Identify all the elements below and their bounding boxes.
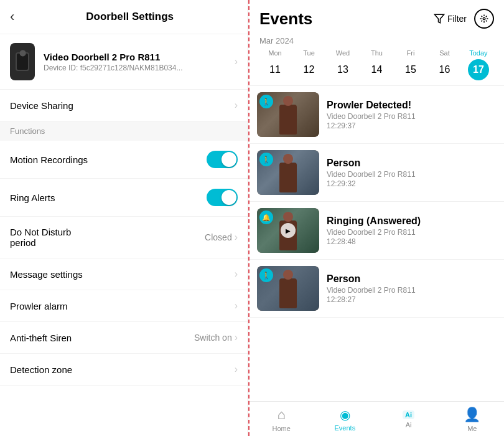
cal-day-wed[interactable]: Wed 13 bbox=[327, 49, 358, 80]
detection-zone-label: Detection zone bbox=[10, 364, 235, 375]
calendar-row: Mon 11 Tue 12 Wed 13 Thu 14 Fri 15 Sat 1… bbox=[259, 49, 494, 80]
event-time-1: 12:29:37 bbox=[327, 121, 497, 130]
settings-header: ‹ Doorbell Settings bbox=[0, 0, 248, 34]
event-device-3: Video Doorbell 2 Pro R811 bbox=[327, 228, 497, 237]
me-icon: 👤 bbox=[464, 407, 480, 423]
event-device-1: Video Doorbell 2 Pro R811 bbox=[327, 112, 497, 121]
events-title: Events bbox=[259, 9, 312, 29]
event-badge-3: 🔔 bbox=[259, 211, 273, 224]
message-settings-label: Message settings bbox=[10, 269, 235, 280]
ring-alerts-label: Ring Alerts bbox=[10, 192, 207, 203]
svg-point-1 bbox=[483, 17, 485, 20]
cal-day-num-wed: 13 bbox=[332, 59, 353, 80]
motion-recordings-row[interactable]: Motion Recordings bbox=[0, 141, 248, 179]
home-icon: ⌂ bbox=[277, 407, 285, 423]
device-sharing-chevron-icon: › bbox=[235, 100, 238, 111]
motion-recordings-toggle[interactable] bbox=[207, 151, 238, 168]
cal-day-mon[interactable]: Mon 11 bbox=[259, 49, 291, 80]
event-info-4: Person Video Doorbell 2 Pro R811 12:28:2… bbox=[327, 273, 497, 304]
event-thumb-3: ▶ 🔔 bbox=[257, 208, 319, 253]
functions-label: Functions bbox=[10, 126, 45, 136]
cal-day-sat[interactable]: Sat 16 bbox=[429, 49, 460, 80]
bottom-nav: ⌂ Home ◉ Events Ai Ai 👤 Me bbox=[250, 401, 504, 436]
calendar-section: Mar 2024 Mon 11 Tue 12 Wed 13 Thu 14 Fri… bbox=[250, 34, 504, 85]
cal-day-name-mon: Mon bbox=[268, 49, 281, 57]
event-badge-4: 🚶 bbox=[259, 268, 273, 282]
event-item-ringing[interactable]: ▶ 🔔 Ringing (Answered) Video Doorbell 2 … bbox=[250, 202, 504, 260]
device-sharing-row[interactable]: Device Sharing › bbox=[0, 90, 248, 121]
event-title-1: Prowler Detected! bbox=[327, 100, 497, 111]
ring-alerts-row[interactable]: Ring Alerts bbox=[0, 179, 248, 217]
nav-events[interactable]: ◉ Events bbox=[323, 407, 366, 432]
nav-events-label: Events bbox=[335, 424, 356, 432]
device-name: Video Doorbell 2 Pro R811 bbox=[44, 52, 235, 62]
event-title-4: Person bbox=[327, 273, 497, 285]
device-info: Video Doorbell 2 Pro R811 Device ID: f5c… bbox=[44, 52, 235, 72]
functions-section-header: Functions bbox=[0, 121, 248, 141]
event-info-3: Ringing (Answered) Video Doorbell 2 Pro … bbox=[327, 216, 497, 246]
cal-day-num-sat: 16 bbox=[434, 59, 455, 80]
cal-day-thu[interactable]: Thu 14 bbox=[361, 49, 392, 80]
filter-icon bbox=[434, 13, 445, 24]
nav-me-label: Me bbox=[467, 425, 477, 432]
back-button[interactable]: ‹ bbox=[10, 9, 14, 25]
thumb-person-4 bbox=[279, 278, 297, 308]
do-not-disturb-label: Do Not Disturb period bbox=[10, 227, 205, 248]
event-title-2: Person bbox=[327, 158, 497, 169]
month-label: Mar 2024 bbox=[259, 36, 494, 45]
device-chevron-icon: › bbox=[235, 56, 238, 67]
event-item-person-1[interactable]: 🚶 Person Video Doorbell 2 Pro R811 12:29… bbox=[250, 144, 504, 202]
anti-theft-siren-chevron-icon: › bbox=[235, 332, 238, 343]
cal-day-name-thu: Thu bbox=[371, 49, 383, 57]
device-row[interactable]: Video Doorbell 2 Pro R811 Device ID: f5c… bbox=[0, 34, 248, 90]
right-panel: Events Filter Mar 2024 Mon 11 bbox=[250, 0, 504, 436]
play-button-3[interactable]: ▶ bbox=[281, 223, 296, 238]
message-settings-chevron-icon: › bbox=[235, 268, 238, 280]
event-item-prowler-detected[interactable]: 🚶 Prowler Detected! Video Doorbell 2 Pro… bbox=[250, 86, 504, 144]
left-panel: ‹ Doorbell Settings Video Doorbell 2 Pro… bbox=[0, 0, 248, 436]
events-icon: ◉ bbox=[340, 407, 350, 422]
event-title-3: Ringing (Answered) bbox=[327, 216, 497, 227]
do-not-disturb-row[interactable]: Do Not Disturb period Closed › bbox=[0, 217, 248, 258]
camera-settings-button[interactable] bbox=[474, 9, 494, 29]
anti-theft-siren-value: Switch on bbox=[194, 333, 232, 343]
camera-icon bbox=[480, 14, 488, 23]
ai-icon: Ai bbox=[403, 410, 414, 419]
nav-home-label: Home bbox=[272, 425, 290, 432]
detection-zone-row[interactable]: Detection zone › bbox=[0, 354, 248, 386]
event-thumb-4: 🚶 bbox=[257, 266, 319, 311]
device-id: Device ID: f5c29271c128/NAKM81B034... bbox=[44, 64, 235, 72]
cal-day-name-today: Today bbox=[469, 49, 487, 57]
anti-theft-siren-row[interactable]: Anti-theft Siren Switch on › bbox=[0, 322, 248, 354]
cal-day-num-fri: 15 bbox=[400, 59, 421, 80]
filter-button[interactable]: Filter bbox=[434, 13, 467, 24]
prowler-alarm-row[interactable]: Prowler alarm › bbox=[0, 290, 248, 322]
cal-day-num-today: 17 bbox=[468, 59, 489, 80]
ring-alerts-toggle[interactable] bbox=[207, 189, 238, 206]
cal-day-tue[interactable]: Tue 12 bbox=[294, 49, 325, 80]
thumb-person-1 bbox=[279, 105, 297, 135]
prowler-alarm-chevron-icon: › bbox=[235, 300, 238, 311]
cal-day-today[interactable]: Today 17 bbox=[463, 49, 494, 80]
page-title: Doorbell Settings bbox=[22, 11, 238, 23]
message-settings-row[interactable]: Message settings › bbox=[0, 258, 248, 290]
event-info-2: Person Video Doorbell 2 Pro R811 12:29:3… bbox=[327, 158, 497, 188]
event-thumb-1: 🚶 bbox=[257, 92, 319, 137]
event-time-4: 12:28:27 bbox=[327, 295, 497, 304]
anti-theft-siren-label: Anti-theft Siren bbox=[10, 333, 194, 343]
cal-day-fri[interactable]: Fri 15 bbox=[395, 49, 426, 80]
header-icons: Filter bbox=[434, 9, 494, 29]
events-header: Events Filter bbox=[250, 0, 504, 34]
nav-ai[interactable]: Ai Ai bbox=[387, 410, 431, 429]
event-info-1: Prowler Detected! Video Doorbell 2 Pro R… bbox=[327, 100, 497, 130]
motion-recordings-label: Motion Recordings bbox=[10, 154, 207, 165]
device-image bbox=[10, 43, 35, 80]
event-time-2: 12:29:32 bbox=[327, 179, 497, 188]
nav-me[interactable]: 👤 Me bbox=[450, 407, 494, 432]
event-time-3: 12:28:48 bbox=[327, 237, 497, 246]
nav-home[interactable]: ⌂ Home bbox=[259, 407, 303, 432]
do-not-disturb-chevron-icon: › bbox=[235, 232, 238, 243]
event-item-person-2[interactable]: 🚶 Person Video Doorbell 2 Pro R811 12:28… bbox=[250, 260, 504, 318]
nav-ai-label: Ai bbox=[406, 421, 412, 429]
cal-day-name-fri: Fri bbox=[407, 49, 415, 57]
